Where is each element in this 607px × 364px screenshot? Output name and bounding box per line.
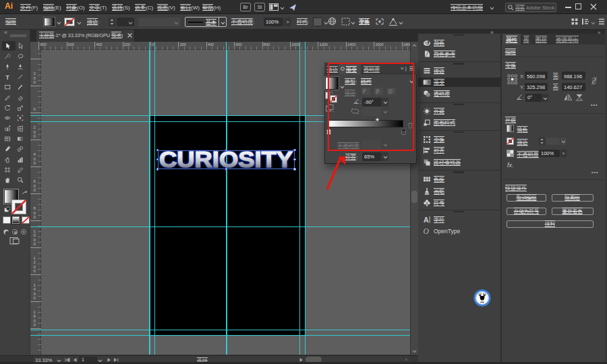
- svg-text:T: T: [5, 74, 9, 80]
- svg-text:A: A: [424, 216, 429, 224]
- svg-text:O: O: [424, 227, 430, 235]
